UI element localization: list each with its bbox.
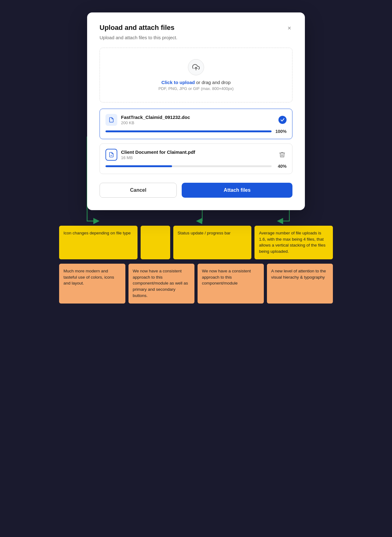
modal-header: Upload and attach files ×	[100, 24, 292, 32]
yellow-note-1: Icon changes depending on file type	[59, 226, 138, 259]
file-item-1: FastTrack_Claimid_091232.doc 200 KB	[100, 109, 292, 139]
orange-notes-row: Much more modern and tasteful use of col…	[56, 264, 336, 304]
check-icon	[278, 116, 287, 124]
file-size-2: 16 MB	[121, 155, 195, 160]
file-info-2: Client Document for Claimant.pdf 16 MB	[105, 149, 195, 161]
yellow-note-2	[141, 226, 170, 259]
file-info-1: FastTrack_Claimid_091232.doc 200 KB	[105, 114, 190, 126]
yellow-note-3: Status update / progress bar	[173, 226, 252, 259]
pdf-icon	[109, 152, 114, 158]
file-item-1-header: FastTrack_Claimid_091232.doc 200 KB	[105, 114, 287, 126]
orange-note-1: Much more modern and tasteful use of col…	[59, 264, 125, 304]
upload-text: Click to upload or drag and drop	[106, 80, 286, 85]
attach-files-button[interactable]: Attach files	[182, 183, 292, 198]
progress-track-1	[105, 130, 272, 132]
upload-link[interactable]: Click to upload	[161, 80, 195, 85]
yellow-notes-row: Icon changes depending on file type Stat…	[56, 226, 336, 259]
trash-icon[interactable]	[278, 150, 287, 159]
modal-footer: Cancel Attach files	[100, 183, 292, 198]
upload-or-text: or drag and drop	[195, 80, 231, 85]
upload-icon	[192, 64, 200, 71]
file-size-1: 200 KB	[121, 120, 190, 125]
progress-row-2: 40%	[105, 164, 287, 169]
file-icon-1	[105, 114, 117, 126]
progress-track-2	[105, 165, 272, 167]
file-icon-2	[105, 149, 117, 161]
yellow-note-4: Average number of file uploads is 1.6, w…	[254, 226, 333, 259]
file-name-1: FastTrack_Claimid_091232.doc	[121, 115, 190, 120]
progress-fill-2	[105, 165, 172, 167]
progress-pct-2: 40%	[275, 164, 287, 169]
file-item-2: Client Document for Claimant.pdf 16 MB	[100, 144, 292, 174]
file-details-2: Client Document for Claimant.pdf 16 MB	[121, 149, 195, 160]
orange-note-2: We now have a consistent approach to thi…	[128, 264, 195, 304]
checkmark-icon	[281, 118, 284, 121]
upload-icon-wrap	[188, 59, 204, 75]
file-name-2: Client Document for Claimant.pdf	[121, 149, 195, 155]
upload-modal: Upload and attach files × Upload and att…	[87, 12, 305, 210]
progress-row-1: 100%	[105, 129, 287, 134]
file-item-2-header: Client Document for Claimant.pdf 16 MB	[105, 149, 287, 161]
cancel-button[interactable]: Cancel	[100, 183, 177, 198]
file-status-1	[278, 116, 287, 124]
progress-fill-1	[105, 130, 272, 132]
modal-subtitle: Upload and attach files to this project.	[100, 35, 292, 40]
file-details-1: FastTrack_Claimid_091232.doc 200 KB	[121, 115, 190, 125]
upload-dropzone[interactable]: Click to upload or drag and drop PDF, PN…	[100, 48, 292, 102]
file-status-2[interactable]	[278, 150, 287, 159]
modal-title: Upload and attach files	[100, 24, 175, 32]
upload-hint: PDF, PNG, JPG or GIF (max. 800×400px)	[106, 86, 286, 91]
trash-svg	[279, 151, 286, 158]
progress-pct-1: 100%	[275, 129, 287, 134]
orange-note-3: We now have a consistent approach to thi…	[198, 264, 264, 304]
doc-icon	[109, 117, 114, 123]
close-button[interactable]: ×	[286, 24, 292, 32]
orange-note-4: A new level of attention to the visual h…	[267, 264, 333, 304]
